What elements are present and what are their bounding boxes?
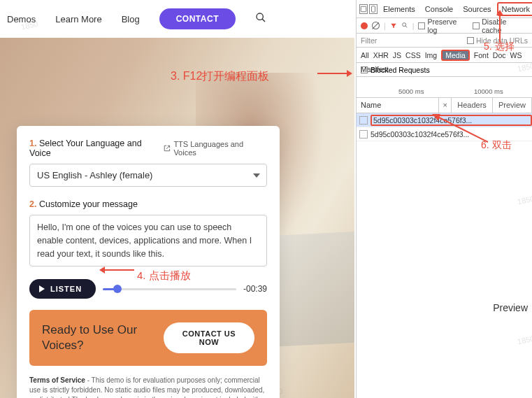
svg-line-12	[438, 117, 488, 142]
voice-select-wrap: US English - Ashley (female)	[29, 164, 267, 187]
arrow-5-icon	[489, 10, 510, 42]
voice-select[interactable]: US English - Ashley (female)	[29, 164, 267, 187]
annotation-5: 5. 选择	[484, 41, 515, 53]
nav-blog[interactable]: Blog	[122, 14, 140, 24]
annotation-3: 3. F12打开编程面板	[171, 69, 269, 84]
arrow-4-icon	[99, 264, 134, 276]
hero-image: 1. Select Your Language and Voice TTS La…	[0, 38, 354, 398]
tab-console[interactable]: Console	[421, 2, 457, 16]
svg-marker-13	[432, 114, 440, 121]
type-xhr[interactable]: XHR	[373, 51, 389, 59]
inspect-icon[interactable]	[359, 4, 368, 14]
step1-label: 1. Select Your Language and Voice	[29, 138, 164, 158]
nav-learn-more[interactable]: Learn More	[55, 14, 101, 24]
type-media[interactable]: Media	[441, 50, 470, 61]
demo-card: 1. Select Your Language and Voice TTS La…	[17, 126, 280, 398]
preview-content: Preview	[493, 302, 528, 313]
tab-elements[interactable]: Elements	[379, 2, 419, 16]
svg-rect-3	[372, 6, 375, 11]
request-checkbox[interactable]	[359, 116, 368, 125]
svg-line-5	[405, 25, 408, 27]
nav-demos[interactable]: Demos	[7, 14, 36, 24]
main-area: Demos Learn More Blog CONTACT 1. Select …	[0, 0, 354, 398]
preserve-log-checkbox[interactable]: Preserve log	[418, 17, 468, 34]
devtools-panel: Elements Console Sources Network | | Pre…	[356, 0, 532, 398]
col-headers[interactable]: Headers	[452, 98, 493, 113]
type-js[interactable]: JS	[393, 51, 401, 59]
play-icon	[39, 285, 45, 292]
tts-languages-link[interactable]: TTS Languages and Voices	[164, 140, 267, 157]
request-checkbox[interactable]	[359, 130, 368, 138]
listen-button[interactable]: LISTEN	[29, 279, 96, 299]
cta-title: Ready to Use Our Voices?	[42, 322, 164, 353]
step2-label: 2. Customize your message	[29, 199, 267, 209]
svg-rect-2	[361, 6, 366, 12]
tos-text: Terms of Service - This demo is for eval…	[29, 376, 267, 398]
top-nav: Demos Learn More Blog CONTACT	[0, 0, 354, 38]
record-icon[interactable]	[361, 22, 368, 29]
col-preview[interactable]: Preview	[493, 98, 532, 113]
close-details-icon[interactable]: ×	[439, 98, 452, 113]
request-columns: Name × Headers Preview	[357, 98, 532, 113]
contact-us-button[interactable]: CONTACT US NOW	[164, 322, 254, 353]
message-textarea[interactable]: Hello, I'm one of the voices you can use…	[29, 215, 267, 266]
blocked-requests-checkbox[interactable]: Blocked Requests	[357, 63, 532, 77]
device-icon[interactable]	[369, 4, 378, 14]
svg-marker-11	[496, 10, 503, 15]
search-net-icon[interactable]	[401, 22, 408, 30]
seek-thumb[interactable]	[113, 285, 122, 293]
type-img[interactable]: Img	[425, 51, 438, 59]
svg-point-0	[257, 13, 263, 20]
search-icon[interactable]	[255, 12, 266, 26]
svg-line-1	[262, 19, 265, 22]
annotation-4: 4. 点击播放	[137, 269, 191, 283]
col-name[interactable]: Name	[357, 98, 439, 113]
cta-panel: Ready to Use Our Voices? CONTACT US NOW	[29, 310, 267, 366]
clear-icon[interactable]	[372, 22, 380, 29]
type-css[interactable]: CSS	[405, 51, 421, 59]
type-all[interactable]: All	[361, 51, 369, 59]
arrow-3-icon	[317, 68, 352, 79]
seek-track[interactable]	[103, 288, 236, 290]
duration-label: -00:39	[243, 284, 267, 294]
arrow-6-icon	[432, 114, 488, 143]
filter-input[interactable]: Filter	[361, 36, 377, 45]
contact-button[interactable]: CONTACT	[159, 8, 236, 29]
filter-icon[interactable]	[390, 22, 397, 29]
timeline[interactable]: 5000 ms 10000 ms	[357, 77, 532, 98]
svg-marker-7	[347, 70, 352, 77]
svg-marker-9	[99, 266, 105, 273]
